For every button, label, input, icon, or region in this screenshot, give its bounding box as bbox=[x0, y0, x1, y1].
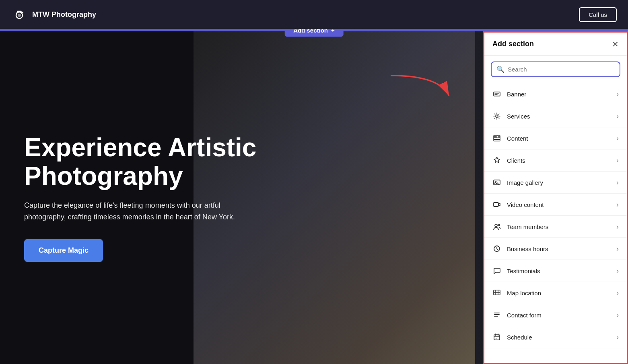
menu-item-label-schedule: Schedule bbox=[507, 334, 532, 341]
menu-item-left-services: Services bbox=[492, 112, 530, 121]
search-icon: 🔍 bbox=[496, 65, 504, 73]
menu-item-left-schedule: Schedule bbox=[492, 333, 532, 342]
menu-item-business-hours[interactable]: Business hours › bbox=[484, 238, 627, 260]
image-gallery-icon bbox=[492, 178, 501, 187]
menu-item-chevron-testimonials: › bbox=[616, 267, 619, 275]
menu-item-label-business-hours: Business hours bbox=[507, 245, 548, 252]
menu-item-label-clients: Clients bbox=[507, 157, 525, 164]
call-us-button[interactable]: Call us bbox=[579, 7, 617, 22]
menu-item-label-map-location: Map location bbox=[507, 290, 541, 297]
menu-item-chevron-content: › bbox=[616, 134, 619, 143]
clients-icon bbox=[492, 156, 501, 165]
search-input[interactable] bbox=[508, 66, 615, 73]
svg-point-1 bbox=[18, 14, 21, 17]
menu-item-clients[interactable]: Clients › bbox=[484, 149, 627, 172]
main-area: Experience Artistic Photography Capture … bbox=[0, 31, 628, 364]
services-icon bbox=[492, 112, 501, 121]
search-wrapper: 🔍 bbox=[491, 61, 620, 77]
menu-item-left-map-location: Map location bbox=[492, 288, 541, 297]
menu-item-video-content[interactable]: Video content › bbox=[484, 194, 627, 216]
menu-item-chevron-contact-form: › bbox=[616, 311, 619, 319]
menu-item-left-content: Content bbox=[492, 134, 528, 143]
menu-item-image-gallery[interactable]: Image gallery › bbox=[484, 172, 627, 194]
video-content-icon bbox=[492, 200, 501, 209]
menu-item-left-video-content: Video content bbox=[492, 200, 544, 209]
svg-rect-14 bbox=[494, 335, 500, 340]
contact-form-icon bbox=[492, 311, 501, 319]
svg-rect-9 bbox=[494, 202, 498, 207]
menu-item-label-image-gallery: Image gallery bbox=[507, 179, 543, 186]
menu-item-chevron-business-hours: › bbox=[616, 245, 619, 253]
section-menu-list: Banner › Services › Content › Clients › bbox=[484, 83, 627, 363]
panel-header: Add section ✕ bbox=[484, 33, 627, 56]
site-title: MTW Photography bbox=[32, 10, 96, 19]
main-header: MTW Photography Call us bbox=[0, 0, 628, 29]
menu-item-map-location[interactable]: Map location › bbox=[484, 282, 627, 304]
menu-item-left-contact-form: Contact form bbox=[492, 311, 542, 319]
svg-rect-2 bbox=[22, 12, 23, 13]
menu-item-label-services: Services bbox=[507, 113, 530, 120]
menu-item-services[interactable]: Services › bbox=[484, 105, 627, 127]
menu-item-left-clients: Clients bbox=[492, 156, 525, 165]
testimonials-icon bbox=[492, 266, 501, 275]
hero-title: Experience Artistic Photography bbox=[24, 133, 314, 190]
menu-item-chevron-schedule: › bbox=[616, 333, 619, 342]
menu-item-banner[interactable]: Banner › bbox=[484, 83, 627, 105]
menu-item-left-testimonials: Testimonials bbox=[492, 266, 540, 275]
business-hours-icon bbox=[492, 244, 501, 253]
team-members-icon bbox=[492, 222, 501, 231]
add-section-panel: Add section ✕ 🔍 Banner › Services › bbox=[483, 31, 628, 364]
menu-item-label-content: Content bbox=[507, 135, 528, 142]
logo-icon bbox=[11, 6, 27, 22]
menu-item-label-video-content: Video content bbox=[507, 201, 544, 208]
menu-item-content[interactable]: Content › bbox=[484, 127, 627, 149]
menu-item-chevron-team-members: › bbox=[616, 223, 619, 231]
menu-item-chevron-map-location: › bbox=[616, 289, 619, 297]
map-location-icon bbox=[492, 288, 501, 297]
panel-title: Add section bbox=[492, 40, 534, 48]
menu-item-left-business-hours: Business hours bbox=[492, 244, 548, 253]
svg-rect-4 bbox=[494, 92, 500, 96]
schedule-icon bbox=[492, 333, 501, 342]
menu-item-label-banner: Banner bbox=[507, 91, 526, 98]
menu-item-label-contact-form: Contact form bbox=[507, 312, 542, 319]
menu-item-chevron-image-gallery: › bbox=[616, 178, 619, 187]
svg-point-10 bbox=[495, 224, 497, 227]
menu-item-chevron-video-content: › bbox=[616, 200, 619, 209]
banner-icon bbox=[492, 90, 501, 98]
menu-item-left-image-gallery: Image gallery bbox=[492, 178, 543, 187]
svg-rect-7 bbox=[494, 180, 500, 185]
menu-item-chevron-banner: › bbox=[616, 90, 619, 98]
menu-item-schedule[interactable]: Schedule › bbox=[484, 326, 627, 348]
menu-item-contact-form[interactable]: Contact form › bbox=[484, 304, 627, 326]
menu-item-left-banner: Banner bbox=[492, 90, 526, 98]
svg-point-11 bbox=[498, 224, 500, 226]
menu-item-team-members[interactable]: Team members › bbox=[484, 216, 627, 238]
menu-item-label-testimonials: Testimonials bbox=[507, 268, 540, 274]
hero-cta-button[interactable]: Capture Magic bbox=[24, 239, 103, 262]
hero-content: Experience Artistic Photography Capture … bbox=[24, 133, 314, 262]
menu-item-chevron-clients: › bbox=[616, 156, 619, 165]
menu-item-chevron-services: › bbox=[616, 112, 619, 121]
brand: MTW Photography bbox=[11, 6, 96, 22]
svg-point-5 bbox=[496, 115, 498, 117]
hero-subtitle: Capture the elegance of life's fleeting … bbox=[24, 200, 257, 223]
menu-item-left-team-members: Team members bbox=[492, 222, 548, 231]
menu-item-label-team-members: Team members bbox=[507, 223, 548, 230]
menu-item-testimonials[interactable]: Testimonials › bbox=[484, 260, 627, 282]
search-container: 🔍 bbox=[484, 56, 627, 83]
panel-close-button[interactable]: ✕ bbox=[612, 40, 619, 48]
content-icon bbox=[492, 134, 501, 143]
